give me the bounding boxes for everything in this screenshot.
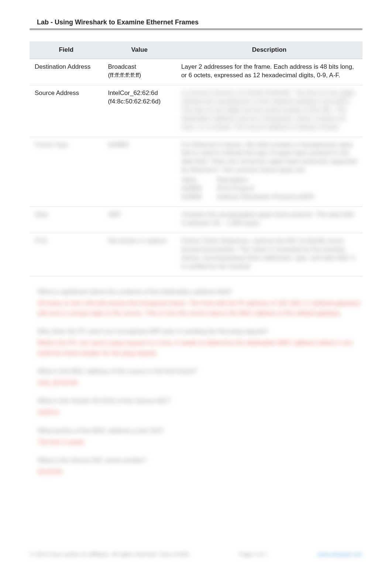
frame-fields-table: Field Value Description Destination Addr… — [30, 41, 362, 276]
footer-page: Page 3 of 7 — [240, 551, 268, 557]
blurred-text: Data — [35, 211, 48, 218]
col-header-value: Value — [103, 41, 176, 59]
questions-block: What is significant about the contents o… — [38, 287, 362, 477]
cell-value: ARP — [103, 207, 176, 233]
blurred-text: A common format is 12:34:56:78:9A:BC. Th… — [181, 89, 355, 130]
table-row: Frame Type 0x0806 For Ethernet II frames… — [30, 137, 362, 207]
page-title: Lab - Using Wireshark to Examine Etherne… — [37, 18, 362, 26]
cell-description: Frame Check Sequence, used by the NIC to… — [176, 233, 362, 276]
title-divider — [30, 28, 362, 30]
blurred-sublist: ValueDescription 0x0800IPv4 Protocol 0x0… — [181, 176, 357, 201]
blurred-text: 0x0806 — [108, 141, 128, 148]
question: What is the Source NIC serial number? — [38, 455, 362, 465]
cell-field: Data — [30, 207, 103, 233]
col-header-description: Description — [176, 41, 362, 59]
table-row: Data ARP Contains the encapsulated upper… — [30, 207, 362, 233]
blurred-text: Contains the encapsulated upper-level pr… — [181, 211, 354, 227]
cell-value: IntelCor_62:62:6d (f4:8c:50:62:62:6d) — [103, 85, 176, 137]
question: What is the Vendor ID (OUI) of the Sourc… — [38, 396, 362, 406]
blurred-text: FCS — [35, 237, 47, 244]
answer: Intel_62:62:6d — [38, 378, 362, 388]
table-row: Destination Address Broadcast (ff:ff:ff:… — [30, 59, 362, 85]
cell-field: FCS — [30, 233, 103, 276]
answer: The first 3 octets — [38, 437, 362, 447]
blurred-text: Frame Check Sequence, used by the NIC to… — [181, 237, 355, 270]
blurred-text: Not shown in capture — [108, 237, 167, 244]
cell-field: Frame Type — [30, 137, 103, 207]
col-header-field: Field — [30, 41, 103, 59]
answer: 62:62:6d — [38, 467, 362, 477]
cell-value: 0x0806 — [103, 137, 176, 207]
cell-field: Source Address — [30, 85, 103, 137]
table-row: FCS Not shown in capture Frame Check Seq… — [30, 233, 362, 276]
question: What is the MAC address of the source in… — [38, 366, 362, 376]
footer-copyright: © 2019 Cisco and/or its affiliates. All … — [30, 551, 189, 557]
cell-description: Layer 2 addresses for the frame. Each ad… — [176, 59, 362, 85]
question: What is significant about the contents o… — [38, 287, 362, 297]
blurred-text: ARP — [108, 211, 121, 218]
cell-description: For Ethernet II frames, this field conta… — [176, 137, 362, 207]
document-page: Lab - Using Wireshark to Examine Etherne… — [0, 0, 392, 575]
answer: Before the PC can send a ping request to… — [38, 338, 362, 358]
footer-link: www.netacad.com — [317, 551, 362, 557]
question: Why does the PC send out a broadcast ARP… — [38, 326, 362, 336]
cell-description: A common format is 12:34:56:78:9A:BC. Th… — [176, 85, 362, 137]
answer: All hosts on the LAN will receive this b… — [38, 298, 362, 318]
table-header-row: Field Value Description — [30, 41, 362, 59]
answer: IntelCor — [38, 407, 362, 417]
question: What portion of the MAC address is the O… — [38, 426, 362, 436]
cell-description: Contains the encapsulated upper-level pr… — [176, 207, 362, 233]
cell-value: Not shown in capture — [103, 233, 176, 276]
page-footer: © 2019 Cisco and/or its affiliates. All … — [30, 551, 362, 557]
table-row: Source Address IntelCor_62:62:6d (f4:8c:… — [30, 85, 362, 137]
blurred-text: For Ethernet II frames, this field conta… — [181, 141, 357, 175]
cell-value: Broadcast (ff:ff:ff:ff:ff:ff) — [103, 59, 176, 85]
cell-field: Destination Address — [30, 59, 103, 85]
blurred-text: Frame Type — [35, 141, 68, 148]
